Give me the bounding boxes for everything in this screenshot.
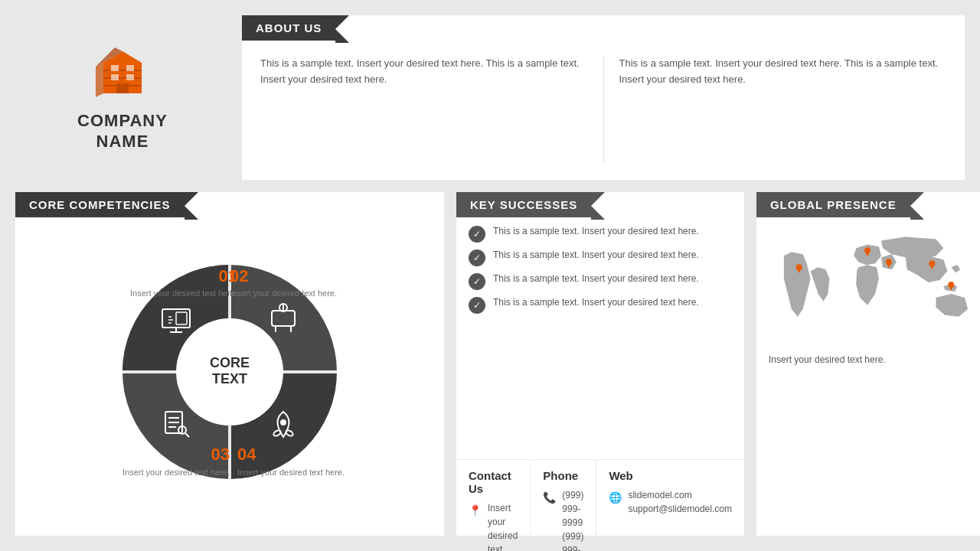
company-name: COMPANY NAME	[77, 111, 168, 152]
global-text: Insert your desired text here.	[769, 354, 980, 367]
web-section: Web 🌐 slidemodel.com support@slidemodel.…	[596, 460, 744, 536]
contact-address-item: 📍 Insert your desired text here.	[469, 501, 518, 551]
about-us-box: ABOUT US This is a sample text. Insert y…	[242, 15, 965, 180]
world-map	[769, 225, 980, 347]
success-item-4: ✓ This is a sample text. Insert your des…	[469, 296, 732, 314]
phone-1: (999) 999-9999	[562, 488, 583, 530]
about-col-1: This is a sample text. Insert your desir…	[260, 56, 603, 162]
building-icon	[92, 44, 153, 105]
core-center-text: CORE TEXT	[210, 355, 250, 388]
phone-section: Phone 📞 (999) 999-9999 (999) 999-9999	[531, 460, 596, 536]
svg-rect-5	[126, 74, 134, 80]
phone-icon: 📞	[543, 490, 556, 506]
q3-label: 03 Insert your desired text here.	[122, 443, 230, 478]
svg-marker-9	[96, 63, 103, 97]
world-map-svg	[769, 225, 980, 347]
svg-rect-7	[126, 65, 134, 71]
check-icon-4: ✓	[469, 297, 485, 314]
web-title: Web	[609, 469, 732, 482]
contact-bar: Contact Us 📍 Insert your desired text he…	[456, 459, 744, 536]
web-icon: 🌐	[609, 490, 622, 506]
core-diagram: CORE TEXT 01 Insert your desired text he…	[100, 242, 360, 502]
about-us-header: ABOUT US	[242, 15, 335, 41]
success-list: ✓ This is a sample text. Insert your des…	[456, 217, 744, 328]
web-1: slidemodel.com	[628, 488, 732, 502]
contact-address: Insert your desired text here.	[488, 501, 518, 551]
web-2: support@slidemodel.com	[628, 502, 732, 516]
company-logo-area: COMPANY NAME	[15, 15, 230, 180]
check-icon-1: ✓	[469, 226, 485, 243]
success-text-4: This is a sample text. Insert your desir…	[493, 296, 699, 309]
svg-rect-6	[111, 65, 119, 71]
phone-title: Phone	[543, 469, 583, 482]
success-item-1: ✓ This is a sample text. Insert your des…	[469, 225, 732, 243]
q4-label: 04 Insert your desired text here.	[237, 443, 345, 478]
success-text-3: This is a sample text. Insert your desir…	[493, 272, 699, 285]
key-successes-header: Key Successes	[456, 192, 591, 217]
success-text-2: This is a sample text. Insert your desir…	[493, 249, 699, 262]
about-content: This is a sample text. Insert your desir…	[242, 41, 965, 178]
q2-label: 02 Insert your desired text here.	[230, 265, 337, 300]
contact-title: Contact Us	[469, 469, 518, 495]
phone-item: 📞 (999) 999-9999 (999) 999-9999	[543, 488, 583, 551]
bottom-section: CORE COMPETENCIES	[15, 192, 965, 536]
about-col-2: This is a sample text. Insert your desir…	[603, 56, 947, 162]
middle-right: Key Successes ✓ This is a sample text. I…	[456, 192, 744, 536]
slide: COMPANY NAME ABOUT US This is a sample t…	[0, 0, 980, 551]
check-icon-2: ✓	[469, 249, 485, 266]
phone-2: (999) 999-9999	[562, 530, 583, 551]
core-competencies: CORE COMPETENCIES	[15, 192, 444, 536]
svg-rect-4	[111, 74, 119, 80]
svg-rect-8	[116, 83, 129, 93]
location-icon: 📍	[469, 503, 482, 519]
check-icon-3: ✓	[469, 273, 485, 290]
core-body: CORE TEXT 01 Insert your desired text he…	[15, 217, 444, 533]
global-presence-header: Global Presence	[756, 192, 910, 217]
global-body: Insert your desired text here.	[756, 217, 980, 374]
far-right: Global Presence	[756, 192, 980, 536]
svg-point-35	[281, 420, 286, 425]
q1-label: 01 Insert your desired text here.	[130, 265, 237, 300]
global-presence: Global Presence	[756, 192, 980, 536]
success-item-2: ✓ This is a sample text. Insert your des…	[469, 249, 732, 266]
core-competencies-header: CORE COMPETENCIES	[15, 192, 185, 217]
success-text-1: This is a sample text. Insert your desir…	[493, 225, 699, 238]
web-item: 🌐 slidemodel.com support@slidemodel.com	[609, 488, 732, 516]
top-section: COMPANY NAME ABOUT US This is a sample t…	[15, 15, 965, 180]
success-item-3: ✓ This is a sample text. Insert your des…	[469, 272, 732, 290]
contact-us-section: Contact Us 📍 Insert your desired text he…	[456, 460, 531, 536]
key-successes: Key Successes ✓ This is a sample text. I…	[456, 192, 744, 459]
